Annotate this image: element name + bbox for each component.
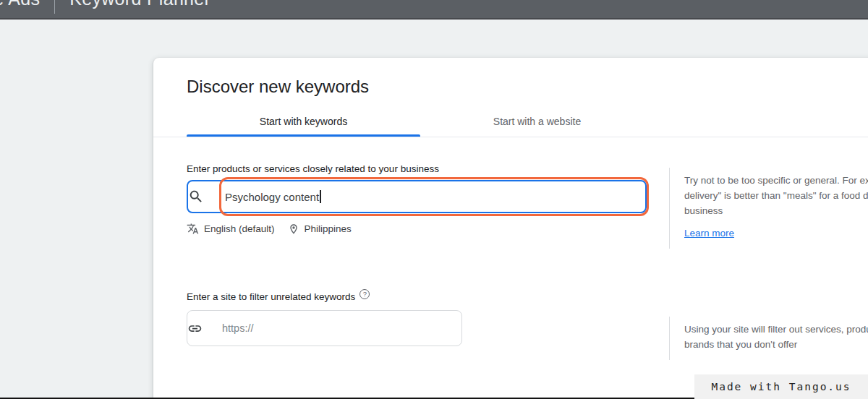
text-caret <box>320 190 321 203</box>
top-app-bar: Google Ads Keyword Planner <box>0 0 868 20</box>
discover-keywords-panel: Discover new keywords Start with keyword… <box>153 58 868 399</box>
site-input-field <box>187 310 462 346</box>
language-selector[interactable]: English (default) <box>187 223 275 235</box>
site-field-label: Enter a site to filter unrelated keyword… <box>187 291 647 302</box>
site-help-text: Using your site will filter out services… <box>669 317 868 360</box>
keywords-input-value: Psychology content <box>225 191 319 203</box>
keywords-help-text: Try not to be too specific or general. F… <box>669 168 868 249</box>
location-value: Philippines <box>305 223 352 234</box>
tab-label: Start with keywords <box>260 116 347 127</box>
language-value: English (default) <box>204 223 275 234</box>
google-ads-logo: Google Ads <box>0 0 40 9</box>
topbar-divider <box>54 0 55 14</box>
product-name: Keyword Planner <box>69 0 210 9</box>
tango-watermark: Made with Tango.us <box>694 374 868 399</box>
location-selector[interactable]: Philippines <box>288 223 352 235</box>
tab-start-with-website[interactable]: Start with a website <box>420 106 654 137</box>
tab-start-with-keywords[interactable]: Start with keywords <box>187 106 420 137</box>
tabstrip: Start with keywords Start with a website <box>153 106 868 137</box>
help-line: Try not to be too specific or general. F… <box>684 173 868 189</box>
location-pin-icon <box>288 223 299 235</box>
help-line: Using your site will filter out services… <box>684 322 868 338</box>
tango-watermark-text: Made with Tango.us <box>711 381 851 392</box>
search-icon <box>188 189 221 205</box>
keywords-field-label: Enter products or services closely relat… <box>187 163 647 174</box>
link-icon <box>187 321 222 336</box>
keywords-input[interactable]: Psychology content <box>187 180 647 213</box>
site-url-input[interactable] <box>222 311 461 346</box>
page-title: Discover new keywords <box>187 77 868 97</box>
tab-label: Start with a website <box>493 116 581 127</box>
help-line: delivery" is better than "meals" for a f… <box>684 189 868 204</box>
help-icon[interactable]: ? <box>359 289 370 299</box>
translate-icon <box>187 223 199 235</box>
site-field-label-text: Enter a site to filter unrelated keyword… <box>187 291 355 302</box>
help-line: brands that you don't offer <box>684 338 868 353</box>
help-line: business <box>684 204 868 219</box>
learn-more-link[interactable]: Learn more <box>684 226 734 241</box>
